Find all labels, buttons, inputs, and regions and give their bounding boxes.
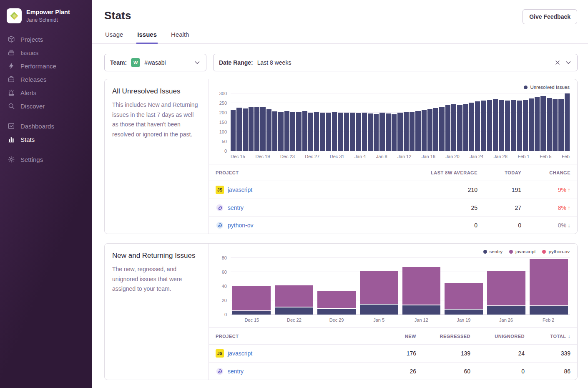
- sidebar-item-alerts[interactable]: Alerts: [0, 86, 92, 99]
- x-tick-label: Jan 19: [442, 317, 485, 322]
- legend-item-unresolved-issues[interactable]: Unresolved Issues: [524, 84, 570, 90]
- performance-icon: [8, 62, 15, 70]
- bar: [356, 113, 361, 151]
- project-cell: JSjavascript: [216, 186, 386, 194]
- column-header-project: Project: [216, 170, 386, 175]
- sidebar-item-releases[interactable]: Releases: [0, 73, 92, 86]
- bar-segment-sentry: [530, 306, 568, 315]
- x-tick-label: Dec 15: [231, 154, 245, 159]
- bar: [243, 108, 248, 151]
- chart-legend: sentryjavascriptpython-ov: [214, 249, 570, 254]
- tab-usage[interactable]: Usage: [104, 31, 124, 44]
- table-row: JSjavascript17613924339: [209, 345, 577, 362]
- bar-segment-javascript: [317, 291, 356, 309]
- date-range-value: Last 8 weeks: [257, 59, 291, 66]
- panel-body: Unresolved Issues 050100150200250300 Dec…: [209, 79, 577, 234]
- legend-dot-icon: [542, 250, 546, 254]
- bar: [397, 113, 402, 151]
- bar: [529, 98, 534, 151]
- bar: [535, 97, 540, 151]
- bar: [236, 108, 241, 151]
- metric-value: 60: [416, 368, 470, 375]
- column-header-label: Total: [550, 334, 566, 339]
- x-tick-label: Jan 5: [358, 317, 400, 322]
- metric-value: 27: [477, 204, 521, 211]
- give-feedback-button[interactable]: Give Feedback: [523, 9, 577, 24]
- table-row: sentry25278%↑: [209, 199, 577, 216]
- project-cell: sentry: [216, 367, 367, 375]
- discover-icon: [8, 102, 15, 110]
- project-link[interactable]: javascript: [228, 350, 252, 357]
- project-link[interactable]: sentry: [228, 368, 244, 375]
- y-tick-label: 0: [224, 149, 227, 154]
- bar: [439, 107, 444, 151]
- sidebar-item-discover[interactable]: Discover: [0, 99, 92, 113]
- sentry-platform-icon: [216, 204, 224, 212]
- legend-item-python-ov[interactable]: python-ov: [542, 249, 570, 254]
- bar: [266, 109, 271, 151]
- legend-item-sentry[interactable]: sentry: [483, 249, 503, 254]
- clear-icon[interactable]: [554, 59, 561, 66]
- bar: [422, 110, 427, 151]
- column-header-last-8w-average: Last 8w Average: [386, 170, 477, 175]
- sidebar-item-performance[interactable]: Performance: [0, 59, 92, 73]
- tab-issues[interactable]: Issues: [136, 31, 158, 44]
- stacked-bar: [487, 258, 525, 315]
- legend-item-javascript[interactable]: javascript: [509, 249, 536, 254]
- bar-segment-javascript: [402, 267, 441, 305]
- chart-legend: Unresolved Issues: [214, 84, 570, 90]
- x-axis: Dec 15Dec 22Dec 29Jan 5Jan 12Jan 19Jan 2…: [231, 315, 570, 328]
- bar: [493, 99, 498, 151]
- panel-summary: All Unresolved Issues This includes New …: [105, 79, 209, 234]
- bar: [368, 113, 373, 151]
- x-tick-label: Jan 12: [397, 154, 411, 159]
- legend-label: python-ov: [548, 249, 570, 254]
- panel-title: New and Returning Issues: [112, 252, 201, 260]
- bar-segment-sentry: [360, 305, 398, 315]
- org-switcher[interactable]: Empower Plant Jane Schmidt: [0, 7, 92, 29]
- x-tick-label: Feb 5: [540, 154, 551, 159]
- bar: [410, 112, 415, 151]
- project-link[interactable]: sentry: [228, 204, 244, 211]
- new-returning-chart: sentryjavascriptpython-ov 020406080 Dec …: [209, 244, 577, 328]
- chevron-down-icon: [565, 59, 572, 66]
- column-header-unignored: Unignored: [470, 334, 525, 339]
- tab-health[interactable]: Health: [170, 31, 190, 44]
- bar: [404, 112, 409, 151]
- bar: [469, 103, 474, 151]
- sidebar-nav-group: ProjectsIssuesPerformanceReleasesAlertsD…: [0, 33, 92, 113]
- bar: [379, 113, 384, 151]
- sidebar-item-settings[interactable]: Settings: [0, 153, 92, 166]
- metric-value: 0: [386, 222, 477, 229]
- sidebar-item-projects[interactable]: Projects: [0, 33, 92, 46]
- bar: [523, 100, 528, 151]
- metric-value: 0: [470, 368, 525, 375]
- legend-label: Unresolved Issues: [530, 85, 570, 90]
- table-row: sentry2660086: [209, 362, 577, 380]
- date-range-filter[interactable]: Date Range: Last 8 weeks: [213, 54, 578, 71]
- panel-body: sentryjavascriptpython-ov 020406080 Dec …: [209, 244, 577, 380]
- chevron-down-icon: [194, 59, 201, 66]
- column-header-label: Project: [216, 334, 239, 339]
- x-tick-label: Jan 20: [446, 154, 460, 159]
- unresolved-table: ProjectLast 8w AverageTodayChangeJSjavas…: [209, 164, 577, 234]
- change-up-icon: ↑: [568, 186, 570, 193]
- stacked-bar: [317, 258, 356, 315]
- column-header-total[interactable]: Total↓: [525, 333, 570, 339]
- column-header-label: Change: [549, 170, 570, 175]
- team-filter[interactable]: Team: W #wasabi: [104, 54, 206, 71]
- project-link[interactable]: javascript: [228, 186, 252, 193]
- bar-segment-javascript: [275, 285, 313, 307]
- bar: [332, 112, 337, 151]
- bar: [505, 101, 510, 151]
- y-tick-label: 20: [222, 298, 227, 303]
- plot-area: [231, 258, 570, 315]
- table-row: python-ov000%↓: [209, 216, 577, 234]
- bar: [386, 113, 391, 151]
- bar: [272, 111, 277, 151]
- project-link[interactable]: python-ov: [228, 222, 253, 229]
- sidebar-item-issues[interactable]: Issues: [0, 46, 92, 59]
- org-name: Empower Plant: [26, 9, 70, 16]
- sidebar-item-dashboards[interactable]: Dashboards: [0, 119, 92, 133]
- sidebar-item-stats[interactable]: Stats: [0, 133, 92, 146]
